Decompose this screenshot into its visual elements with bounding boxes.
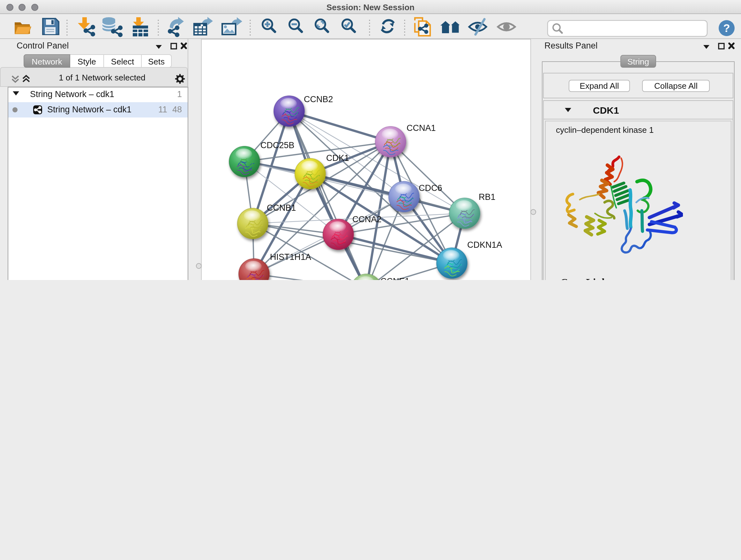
svg-text:CCNB2: CCNB2 <box>304 95 333 104</box>
svg-text:CDK1: CDK1 <box>326 153 349 163</box>
svg-text:CCNB1: CCNB1 <box>267 203 296 212</box>
svg-text:HIST1H1A: HIST1H1A <box>270 252 311 262</box>
svg-text:CCNA2: CCNA2 <box>352 214 382 224</box>
svg-text:CCNA1: CCNA1 <box>407 123 436 133</box>
svg-text:CCNE1: CCNE1 <box>381 276 410 280</box>
svg-text:CDKN1A: CDKN1A <box>467 240 502 250</box>
svg-text:RB1: RB1 <box>479 192 495 202</box>
svg-text:CDC25B: CDC25B <box>260 140 294 150</box>
svg-text:CDC6: CDC6 <box>419 183 442 193</box>
